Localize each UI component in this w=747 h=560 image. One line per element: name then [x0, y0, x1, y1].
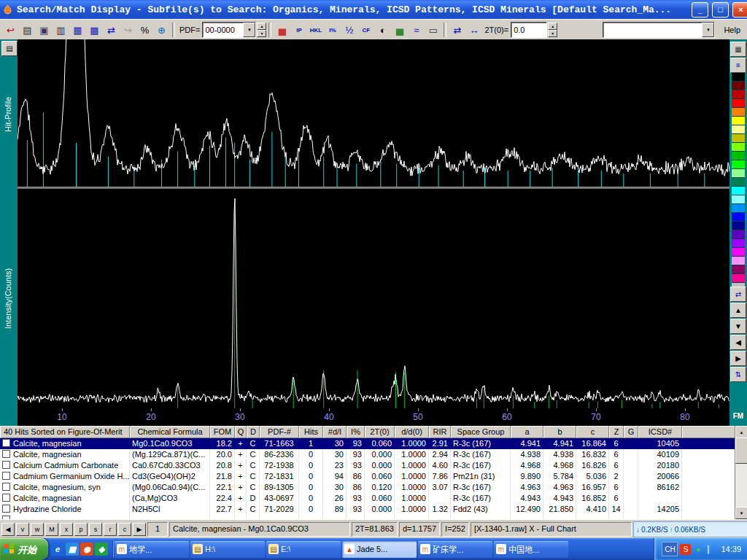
palette-color-swatch[interactable] — [732, 143, 745, 152]
palette-color-swatch[interactable] — [732, 222, 745, 230]
column-header[interactable]: RIR — [429, 426, 451, 438]
overlay-patterns-button[interactable]: ▅ — [274, 22, 290, 38]
pan-right-button[interactable]: ▶ — [730, 351, 746, 366]
column-header[interactable]: Hits — [299, 426, 323, 438]
palette-color-swatch[interactable] — [732, 257, 745, 265]
scrollbar-thumb[interactable] — [735, 438, 747, 464]
status-letter-p-button[interactable]: p — [74, 523, 88, 536]
task-button-geology[interactable]: m地学... — [115, 541, 189, 558]
scrollbar-down-icon[interactable]: ▼ — [735, 507, 747, 519]
palette-color-swatch[interactable] — [732, 230, 745, 239]
dropdown-arrow-icon[interactable]: ▼ — [243, 23, 255, 37]
task-button-china-geology[interactable]: m中国地... — [494, 541, 568, 558]
column-header[interactable]: I% — [347, 426, 365, 438]
row-checkbox[interactable] — [2, 494, 10, 502]
row-checkbox[interactable] — [2, 439, 10, 447]
dropdown-arrow-icon[interactable]: ▼ — [702, 23, 714, 37]
ip-toggle-button[interactable]: IP — [290, 22, 307, 38]
fit-vertical-button[interactable]: ⇅ — [730, 367, 746, 382]
hit-row[interactable]: Calcite, magnesian(Ca,Mg)CO322.4+D43-069… — [0, 493, 735, 504]
palette-color-swatch[interactable] — [732, 265, 745, 274]
hit-profile-chart[interactable] — [18, 39, 729, 187]
palette-color-swatch[interactable] — [732, 108, 745, 117]
row-checkbox[interactable] — [2, 461, 10, 469]
status-letter-M-button[interactable]: M — [45, 523, 58, 536]
palette-color-swatch[interactable] — [732, 99, 745, 108]
quicklaunch-ie-icon[interactable]: e — [51, 542, 64, 556]
row-checkbox[interactable] — [2, 505, 10, 513]
hit-row[interactable]: Calcite, magnesium, syn(Mg0.06Ca0.94)(C.… — [0, 482, 735, 493]
quicklaunch-messenger-icon[interactable]: ◆ — [95, 542, 108, 556]
column-header[interactable]: D — [247, 426, 260, 438]
maximize-button[interactable]: □ — [712, 2, 729, 18]
antivirus-tray-icon[interactable]: ● — [692, 544, 703, 555]
column-header[interactable]: G — [624, 426, 638, 438]
hit-row[interactable]: Hydrazine ChlorideN2H5Cl22.7+C71-2029089… — [0, 504, 735, 515]
two-theta-offset-spinner[interactable]: ▲ ▼ — [548, 23, 557, 37]
row-checkbox[interactable] — [2, 483, 10, 491]
spinner-down-icon[interactable]: ▼ — [257, 30, 266, 37]
network-tray-icon[interactable]: ▎ — [705, 544, 716, 555]
zoom-rect-button[interactable]: ▭ — [425, 22, 441, 38]
grid-view-button[interactable]: ▩ — [86, 22, 103, 38]
full-range-button[interactable]: ↔ — [465, 22, 482, 38]
hit-row[interactable]: Calcite, magnesianMg0.1Ca0.9CO318.2+C71-… — [0, 438, 735, 449]
palette-color-swatch[interactable] — [732, 213, 745, 222]
mini-chart-button[interactable]: ▦ — [730, 42, 746, 57]
title-bar[interactable]: Search/Match Display - Subfile(s) to Sea… — [0, 0, 747, 19]
palette-color-swatch[interactable] — [732, 239, 745, 248]
palette-color-swatch[interactable] — [732, 134, 745, 143]
column-header[interactable]: a — [511, 426, 543, 438]
column-header[interactable]: PDF-# — [260, 426, 299, 438]
exit-button[interactable]: ↩ — [2, 22, 19, 38]
stack-chart-button[interactable]: ▅ — [391, 22, 408, 38]
column-header[interactable]: FOM — [210, 426, 235, 438]
prev-hit-button[interactable]: ◀ — [1, 523, 15, 536]
status-letter-r-button[interactable]: r — [104, 523, 117, 536]
column-header[interactable]: 2T(0) — [365, 426, 395, 438]
pan-up-button[interactable]: ▲ — [730, 303, 746, 318]
column-header[interactable]: #d/I — [323, 426, 347, 438]
column-header[interactable]: Chemical Formula — [130, 426, 210, 438]
column-header[interactable]: b — [543, 426, 576, 438]
task-button-ore-deposits[interactable]: m矿床学... — [418, 541, 492, 558]
palette-color-swatch[interactable] — [732, 169, 745, 178]
minimize-button[interactable]: _ — [692, 2, 708, 18]
hit-row[interactable]: Calcium Cadmium CarbonateCa0.67Cd0.33CO3… — [0, 460, 735, 471]
palette-color-swatch[interactable] — [732, 82, 745, 90]
quicklaunch-desktop-icon[interactable]: ▦ — [66, 542, 79, 556]
half-width-button[interactable]: ½ — [341, 22, 357, 38]
close-button[interactable]: × — [732, 2, 747, 18]
cf-button[interactable]: CF — [357, 22, 374, 38]
hkl-toggle-button[interactable]: HKL — [307, 22, 324, 38]
row-checkbox[interactable] — [2, 450, 10, 458]
print-button[interactable]: ▤ — [19, 22, 36, 38]
status-letter-c-button[interactable]: c — [118, 523, 131, 536]
palette-color-swatch[interactable] — [732, 178, 745, 187]
column-header[interactable]: ICSD# — [638, 426, 682, 438]
palette-color-swatch[interactable] — [732, 117, 745, 125]
status-letter-x-button[interactable]: x — [60, 523, 73, 536]
status-letter-v-button[interactable]: v — [16, 523, 29, 536]
internet-button[interactable]: ⊕ — [153, 22, 170, 38]
table-scrollbar[interactable]: ▲ ▼ — [735, 426, 747, 519]
line-style-button[interactable]: ≡ — [730, 58, 746, 73]
column-header[interactable]: d/d(0) — [395, 426, 429, 438]
spinner-up-icon[interactable]: ▲ — [548, 23, 557, 30]
sync-views-button[interactable]: ⇄ — [103, 22, 120, 38]
spinner-up-icon[interactable]: ▲ — [257, 23, 266, 30]
pan-left-button[interactable]: ◀ — [730, 335, 746, 350]
hit-row[interactable]: Calcite, magnesian(Mg.129Ca.871)(C...20.… — [0, 449, 735, 460]
i-percent-button[interactable]: I% — [324, 22, 341, 38]
spinner-down-icon[interactable]: ▼ — [548, 30, 557, 37]
row-checkbox[interactable] — [2, 472, 10, 480]
task-button-e-drive[interactable]: ▤E:\ — [266, 541, 341, 558]
hit-row[interactable]: Cadmium Germanium Oxide H...Cd3(GeO4)(OH… — [0, 471, 735, 482]
palette-color-swatch[interactable] — [732, 187, 745, 195]
palette-color-swatch[interactable] — [732, 152, 745, 160]
palette-color-swatch[interactable] — [732, 90, 745, 99]
language-indicator[interactable]: CH — [662, 542, 678, 556]
save-button[interactable]: ▣ — [36, 22, 53, 38]
palette-color-swatch[interactable] — [732, 195, 745, 204]
column-header[interactable]: Space Group — [451, 426, 511, 438]
